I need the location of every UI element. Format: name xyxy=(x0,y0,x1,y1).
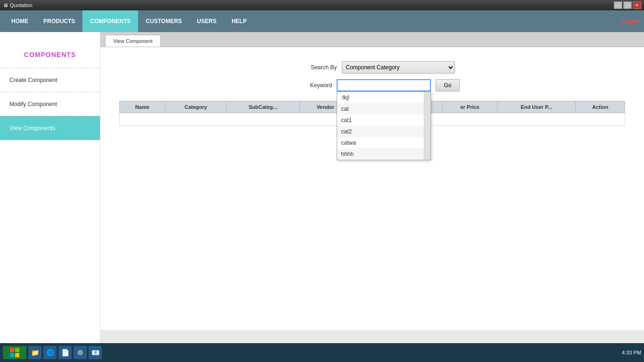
page-content: Search By Component Category Name Vendor… xyxy=(100,47,644,330)
maximize-button[interactable]: □ xyxy=(623,1,632,9)
col-end-user-price: End User P... xyxy=(497,101,576,113)
col-category: Category xyxy=(165,101,226,113)
logout-button[interactable]: Logout xyxy=(621,18,640,25)
tab-bar: View Component xyxy=(100,32,644,47)
navbar: HOME PRODUCTS COMPONENTS CUSTOMERS USERS… xyxy=(0,10,644,32)
content-area: View Component Search By Component Categ… xyxy=(100,32,644,343)
window-icon: 🖥 xyxy=(3,2,8,8)
keyword-label: Keyword xyxy=(285,82,332,89)
nav-items: HOME PRODUCTS COMPONENTS CUSTOMERS USERS… xyxy=(4,10,254,32)
sidebar-item-modify[interactable]: Modify Component xyxy=(0,92,100,116)
close-button[interactable]: ✕ xyxy=(633,1,641,9)
autocomplete-item-cat2[interactable]: cat2 xyxy=(337,126,430,137)
nav-help[interactable]: HELP xyxy=(224,10,254,32)
title-bar: 🖥 Quotation ─ □ ✕ xyxy=(0,0,644,10)
sidebar-item-create[interactable]: Create Component xyxy=(0,68,100,92)
taskbar: 📁 🌐 📄 ⚙ 📧 4:33 PM xyxy=(0,343,644,362)
keyword-container: :lkjl cat cat1 cat2 catwa hhhh xyxy=(337,79,431,91)
nav-home[interactable]: HOME xyxy=(4,10,36,32)
nav-components[interactable]: COMPONENTS xyxy=(83,10,138,32)
autocomplete-item-catwa[interactable]: catwa xyxy=(337,137,430,148)
search-by-label: Search By xyxy=(290,64,337,71)
taskbar-icon-3[interactable]: 📄 xyxy=(58,346,72,359)
window-title: Quotation xyxy=(10,2,33,8)
col-subcateg: SubCateg... xyxy=(226,101,299,113)
sidebar-title: COMPONENTS xyxy=(0,41,100,68)
taskbar-icon-5[interactable]: 📧 xyxy=(89,346,102,359)
taskbar-right: 4:33 PM xyxy=(622,350,641,355)
svg-rect-0 xyxy=(10,348,14,352)
sidebar: COMPONENTS Create Component Modify Compo… xyxy=(0,32,100,343)
tab-view-component[interactable]: View Component xyxy=(105,35,161,47)
autocomplete-item-cat1[interactable]: cat1 xyxy=(337,115,430,126)
nav-products[interactable]: PRODUCTS xyxy=(36,10,83,32)
search-by-row: Search By Component Category Name Vendor… xyxy=(290,61,455,74)
title-bar-left: 🖥 Quotation xyxy=(3,2,33,8)
nav-customers[interactable]: CUSTOMERS xyxy=(138,10,189,32)
taskbar-icon-1[interactable]: 📁 xyxy=(28,346,41,359)
autocomplete-item-cat[interactable]: cat xyxy=(337,103,430,115)
windows-icon xyxy=(9,347,20,358)
svg-rect-1 xyxy=(15,348,19,352)
keyword-input[interactable] xyxy=(337,79,431,91)
taskbar-icon-2[interactable]: 🌐 xyxy=(43,346,57,359)
nav-users[interactable]: USERS xyxy=(190,10,224,32)
taskbar-icon-4[interactable]: ⚙ xyxy=(74,346,87,359)
sidebar-item-view[interactable]: View Components xyxy=(0,116,100,140)
autocomplete-item-hhhh[interactable]: hhhh xyxy=(337,148,430,160)
svg-rect-3 xyxy=(15,353,19,357)
col-er-price: er Price xyxy=(442,101,497,113)
search-by-select[interactable]: Component Category Name Vendor Model xyxy=(342,61,455,74)
keyword-row: Keyword :lkjl cat cat1 cat2 catwa hhhh xyxy=(285,79,459,91)
title-bar-controls: ─ □ ✕ xyxy=(614,1,641,9)
search-form: Search By Component Category Name Vendor… xyxy=(119,61,625,91)
autocomplete-dropdown: :lkjl cat cat1 cat2 catwa hhhh xyxy=(337,91,431,160)
dropdown-scrollbar[interactable] xyxy=(424,92,430,160)
minimize-button[interactable]: ─ xyxy=(614,1,622,9)
start-button[interactable] xyxy=(3,346,26,359)
main-layout: COMPONENTS Create Component Modify Compo… xyxy=(0,32,644,343)
taskbar-time: 4:33 PM xyxy=(622,350,641,355)
autocomplete-item-lkjl[interactable]: :lkjl xyxy=(337,92,430,103)
col-action: Action xyxy=(576,101,625,113)
col-name: Name xyxy=(120,101,165,113)
go-button[interactable]: Go xyxy=(436,79,459,91)
svg-rect-2 xyxy=(10,353,14,357)
